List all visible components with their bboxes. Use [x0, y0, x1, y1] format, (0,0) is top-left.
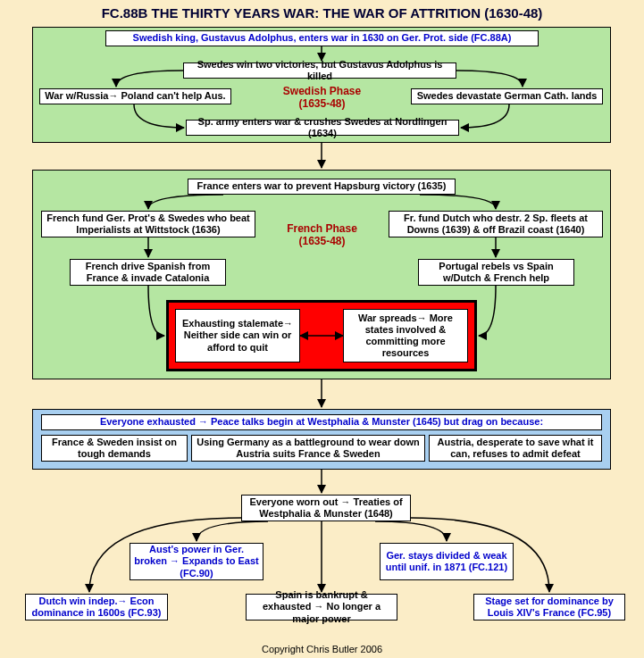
node-spreads: War spreads→ More states involved & comm… [343, 309, 468, 362]
node-downs: Fr. fund Dutch who destr. 2 Sp. fleets a… [389, 211, 603, 237]
node-stalemate: Exhausting stalemate→ Neither side can w… [175, 309, 300, 362]
node-swedish-entry: Swedish king, Gustavus Adolphus, enters … [105, 30, 539, 46]
node-peace-germany: Using Germany as a battleground to wear … [191, 435, 425, 462]
node-aust: Aust's power in Ger. broken → Expands to… [130, 543, 263, 580]
node-treaties: Everyone worn out → Treaties of Westphal… [241, 495, 411, 521]
node-peace-austria: Austria, desperate to save what it can, … [429, 435, 602, 462]
node-louis: Stage set for dominance by Louis XIV's F… [473, 594, 625, 621]
node-wittstock: French fund Ger. Prot's & Swedes who bea… [41, 211, 255, 237]
node-ger: Ger. stays divided & weak until unif. in… [380, 543, 514, 580]
node-catalonia: French drive Spanish from France & invad… [70, 259, 226, 286]
node-spain: Spain is bankrupt & exhausted → No longe… [246, 594, 397, 621]
node-nordlingen: Sp. army enters war & crushes Swedes at … [186, 120, 459, 136]
node-devastate: Swedes devastate German Cath. lands [411, 88, 603, 104]
french-phase-label: French Phase (1635-48) [275, 221, 369, 249]
node-dutch: Dutch win indep.→ Econ dominance in 1600… [25, 594, 168, 621]
flowchart-canvas: FC.88B THE THIRTY YEARS WAR: THE WAR OF … [0, 0, 644, 658]
node-france-enters: France enters war to prevent Hapsburg vi… [188, 179, 456, 195]
node-peace-header: Everyone exhausted → Peace talks begin a… [41, 414, 602, 430]
copyright-footer: Copyright Chris Butler 2006 [0, 644, 644, 654]
node-peace-france: France & Sweden insist on tough demands [41, 435, 188, 462]
node-russia: War w/Russia→ Poland can't help Aus. [39, 88, 231, 104]
node-swedish-victories: Swedes win two victories, but Gustavus A… [183, 62, 456, 79]
node-portugal: Portugal rebels vs Spain w/Dutch & Frenc… [418, 259, 574, 286]
swedish-phase-label: Swedish Phase (1635-48) [275, 83, 369, 112]
page-title: FC.88B THE THIRTY YEARS WAR: THE WAR OF … [0, 5, 644, 21]
